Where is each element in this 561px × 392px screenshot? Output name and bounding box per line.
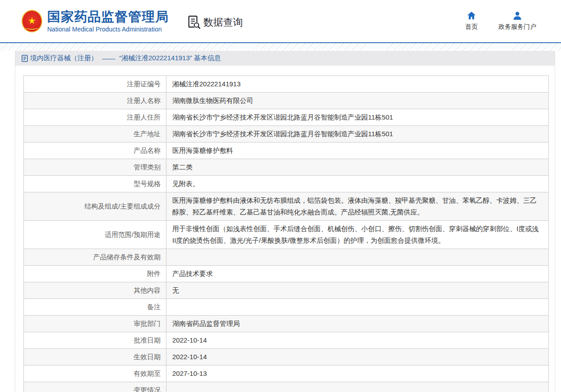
row-value: 无 [166, 282, 549, 299]
row-label: 生效日期 [24, 349, 166, 365]
data-query-section[interactable]: 数据查询 [188, 15, 243, 30]
row-value: 见附表。 [166, 176, 549, 192]
nav-home-label: 首页 [465, 23, 478, 31]
breadcrumb-section[interactable]: 境内医疗器械（注册） [30, 54, 98, 62]
row-label: 注册人住所 [24, 109, 166, 126]
breadcrumb: 境内医疗器械（注册） —— “湘械注准20222141913” 基本信息 [15, 51, 555, 66]
user-icon [513, 11, 522, 20]
table-row: 审批部门湖南省药品监督管理局 [24, 316, 549, 332]
row-value: 湖南省长沙市宁乡经济技术开发区谐园北路蓝月谷智能制造产业园11栋501 [166, 109, 549, 126]
data-query-label: 数据查询 [203, 16, 243, 29]
table-row: 备注 [24, 299, 549, 316]
row-label: 附件 [24, 266, 166, 282]
table-row: 注册证编号湘械注准20222141913 [24, 76, 549, 93]
row-value [166, 382, 549, 392]
site-title: 国家药品监督管理局 [47, 9, 169, 24]
row-value: 湖南省长沙市宁乡经济技术开发区谐园北路蓝月谷智能制造产业园11栋501 [166, 126, 549, 143]
header-nav: 首页 政务服务门户 [465, 11, 536, 31]
table-row: 生效日期2022-10-14 [24, 349, 549, 365]
table-row: 有效期至2027-10-13 [24, 365, 549, 382]
row-label: 审批部门 [24, 316, 166, 332]
home-icon [467, 11, 476, 20]
row-label: 批准日期 [24, 332, 166, 349]
nmpa-logo[interactable]: 国家药品监督管理局 National Medical Products Admi… [22, 9, 169, 33]
row-label: 变更情况 [24, 382, 166, 392]
table-row: 变更情况 [24, 382, 549, 392]
row-label: 其他内容 [24, 282, 166, 299]
row-label: 注册人名称 [24, 93, 166, 109]
row-value [166, 249, 549, 266]
table-row: 产品储存条件及有效期 [24, 249, 549, 266]
row-value: 第二类 [166, 159, 549, 176]
document-search-icon [188, 15, 201, 30]
table-row: 管理类别第二类 [24, 159, 549, 176]
info-table-body: 注册证编号湘械注准20222141913注册人名称湖南微肽生物医药有限公司注册人… [24, 76, 549, 392]
hatch-texture-strip [0, 43, 561, 51]
row-label: 适用范围/预期用途 [24, 221, 166, 249]
document-icon [22, 55, 28, 62]
nav-home[interactable]: 首页 [465, 11, 478, 31]
brand-text: 国家药品监督管理局 National Medical Products Admi… [47, 9, 169, 33]
nav-portal-label: 政务服务门户 [498, 23, 536, 31]
row-label: 型号规格 [24, 176, 166, 192]
breadcrumb-detail: “湘械注准20222141913” 基本信息 [119, 54, 221, 62]
table-row: 产品名称医用海藻糖修护敷料 [24, 143, 549, 159]
national-emblem-icon [22, 10, 42, 32]
row-label: 产品名称 [24, 143, 166, 159]
row-value: 2027-10-13 [166, 365, 549, 382]
table-row: 适用范围/预期用途用于非慢性创面（如浅表性创面、手术后缝合创面、机械创伤、小创口… [24, 221, 549, 249]
row-label: 管理类别 [24, 159, 166, 176]
row-value: 2022-10-14 [166, 332, 549, 349]
row-value: 产品技术要求 [166, 266, 549, 282]
row-value [166, 299, 549, 316]
table-row: 批准日期2022-10-14 [24, 332, 549, 349]
site-header: 国家药品监督管理局 National Medical Products Admi… [0, 0, 561, 42]
table-row: 生产地址湖南省长沙市宁乡经济技术开发区谐园北路蓝月谷智能制造产业园11栋501 [24, 126, 549, 143]
table-row: 注册人名称湖南微肽生物医药有限公司 [24, 93, 549, 109]
row-value: 用于非慢性创面（如浅表性创面、手术后缝合创面、机械创伤、小创口、擦伤、切割伤创面… [166, 221, 549, 249]
table-row: 结构及组成/主要组成成分医用海藻糖修护敷料由液体和无纺布膜组成，铝箔袋包装。液体… [24, 192, 549, 221]
breadcrumb-separator: —— [102, 54, 115, 62]
row-label: 结构及组成/主要组成成分 [24, 192, 166, 221]
row-label: 产品储存条件及有效期 [24, 249, 166, 266]
table-row: 其他内容无 [24, 282, 549, 299]
row-value: 湖南省药品监督管理局 [166, 316, 549, 332]
row-label: 生产地址 [24, 126, 166, 143]
row-value: 2022-10-14 [166, 349, 549, 365]
row-value: 湖南微肽生物医药有限公司 [166, 93, 549, 109]
row-label: 注册证编号 [24, 76, 166, 93]
content-container: 境内医疗器械（注册） —— “湘械注准20222141913” 基本信息 注册证… [15, 51, 555, 392]
row-value: 医用海藻糖修护敷料由液体和无纺布膜组成，铝箔袋包装。液体由海藻糖、羧甲基壳聚糖、… [166, 192, 549, 221]
row-label: 有效期至 [24, 365, 166, 382]
table-row: 附件产品技术要求 [24, 266, 549, 282]
row-value: 医用海藻糖修护敷料 [166, 143, 549, 159]
site-subtitle: National Medical Products Administration [47, 26, 169, 33]
table-row: 型号规格见附表。 [24, 176, 549, 192]
table-row: 注册人住所湖南省长沙市宁乡经济技术开发区谐园北路蓝月谷智能制造产业园11栋501 [24, 109, 549, 126]
registration-info-table: 注册证编号湘械注准20222141913注册人名称湖南微肽生物医药有限公司注册人… [23, 76, 549, 392]
row-value: 湘械注准20222141913 [166, 76, 549, 93]
nav-portal[interactable]: 政务服务门户 [498, 11, 536, 31]
row-label: 备注 [24, 299, 166, 316]
